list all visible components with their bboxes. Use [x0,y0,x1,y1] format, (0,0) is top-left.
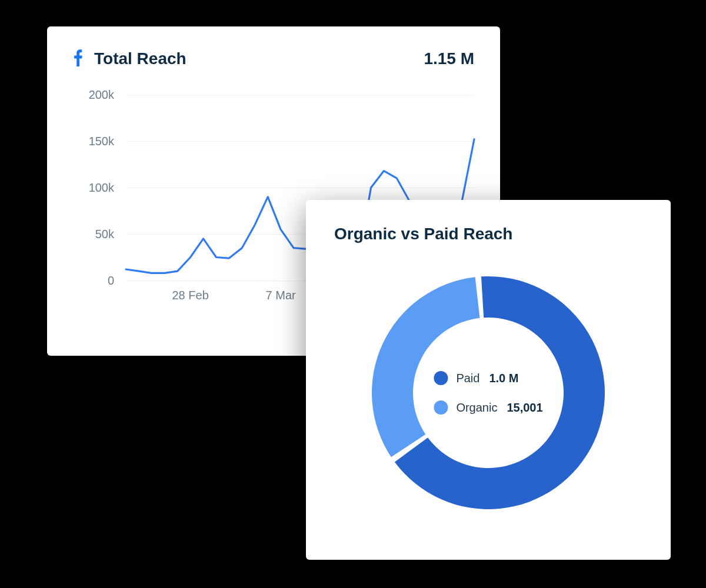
legend-organic-value: 15,001 [507,402,542,413]
y-tick: 150k [73,135,114,148]
legend-dot-paid [434,371,448,385]
legend-paid: Paid 1.0 M [434,371,542,385]
y-tick: 0 [73,274,114,288]
total-reach-value: 1.15 M [424,49,474,68]
organic-vs-paid-card: Organic vs Paid Reach Paid 1.0 M Organic… [306,200,671,560]
legend-paid-value: 1.0 M [489,372,518,384]
legend-organic: Organic 15,001 [434,400,542,415]
x-tick: 28 Feb [172,289,208,302]
legend-dot-organic [434,400,448,415]
facebook-icon [73,49,86,69]
donut-wrap: Paid 1.0 M Organic 15,001 [359,263,618,522]
y-tick: 50k [73,228,114,241]
organic-vs-paid-title: Organic vs Paid Reach [334,225,642,243]
legend-paid-label: Paid [456,372,479,384]
donut-slice-organic [372,277,480,457]
total-reach-header: Total Reach 1.15 M [73,49,474,69]
legend-organic-label: Organic [456,402,497,413]
total-reach-title: Total Reach [94,49,187,68]
y-tick: 100k [73,181,114,195]
y-tick: 200k [73,88,114,102]
total-reach-title-wrap: Total Reach [73,49,187,69]
donut-legend: Paid 1.0 M Organic 15,001 [434,371,542,415]
x-tick: 7 Mar [266,289,296,302]
